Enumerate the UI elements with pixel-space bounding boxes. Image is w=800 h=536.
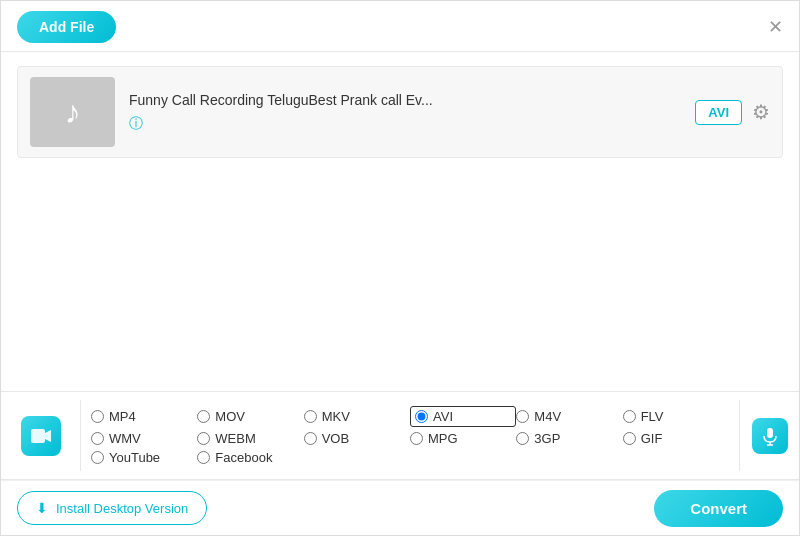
format-label-webm: WEBM (215, 431, 255, 446)
top-bar: Add File ✕ (1, 1, 799, 52)
format-radio-gif[interactable] (623, 432, 636, 445)
add-file-button[interactable]: Add File (17, 11, 116, 43)
format-radio-avi[interactable] (415, 410, 428, 423)
format-option-facebook[interactable]: Facebook (197, 450, 303, 465)
format-video-icon-box (1, 400, 81, 471)
format-radio-wmv[interactable] (91, 432, 104, 445)
format-option-m4v[interactable]: M4V (516, 406, 622, 427)
settings-icon[interactable]: ⚙ (752, 100, 770, 124)
format-radio-vob[interactable] (304, 432, 317, 445)
format-option-avi[interactable]: AVI (410, 406, 516, 427)
file-item: ♪ Funny Call Recording TeluguBest Prank … (17, 66, 783, 158)
format-radio-flv[interactable] (623, 410, 636, 423)
format-option-flv[interactable]: FLV (623, 406, 729, 427)
info-icon[interactable]: ⓘ (129, 115, 143, 131)
format-label-mp4: MP4 (109, 409, 136, 424)
format-radio-webm[interactable] (197, 432, 210, 445)
format-option-3gp[interactable]: 3GP (516, 431, 622, 446)
format-selector: MP4 MOV MKV AVI M4V FLV WMV WEBM (1, 391, 799, 480)
format-label-mov: MOV (215, 409, 245, 424)
format-label-wmv: WMV (109, 431, 141, 446)
format-radio-mp4[interactable] (91, 410, 104, 423)
format-label-flv: FLV (641, 409, 664, 424)
format-radio-youtube[interactable] (91, 451, 104, 464)
format-radio-facebook[interactable] (197, 451, 210, 464)
format-option-mpg[interactable]: MPG (410, 431, 516, 446)
download-icon: ⬇ (36, 500, 48, 516)
format-radio-mov[interactable] (197, 410, 210, 423)
format-label-3gp: 3GP (534, 431, 560, 446)
music-icon: ♪ (65, 94, 81, 131)
file-actions: AVI ⚙ (695, 100, 770, 125)
format-label-facebook: Facebook (215, 450, 272, 465)
format-badge-button[interactable]: AVI (695, 100, 742, 125)
audio-icon-box[interactable] (739, 400, 799, 471)
format-option-wmv[interactable]: WMV (91, 431, 197, 446)
format-label-vob: VOB (322, 431, 349, 446)
svg-marker-1 (45, 430, 51, 442)
format-label-m4v: M4V (534, 409, 561, 424)
install-desktop-button[interactable]: ⬇ Install Desktop Version (17, 491, 207, 525)
format-label-avi: AVI (433, 409, 453, 424)
install-label: Install Desktop Version (56, 501, 188, 516)
format-label-mkv: MKV (322, 409, 350, 424)
audio-icon (752, 418, 788, 454)
file-thumbnail: ♪ (30, 77, 115, 147)
format-label-mpg: MPG (428, 431, 458, 446)
format-radio-mpg[interactable] (410, 432, 423, 445)
format-radio-mkv[interactable] (304, 410, 317, 423)
format-radio-m4v[interactable] (516, 410, 529, 423)
format-option-mov[interactable]: MOV (197, 406, 303, 427)
format-label-gif: GIF (641, 431, 663, 446)
format-option-webm[interactable]: WEBM (197, 431, 303, 446)
format-option-gif[interactable]: GIF (623, 431, 729, 446)
file-title: Funny Call Recording TeluguBest Prank ca… (129, 92, 681, 108)
format-radio-3gp[interactable] (516, 432, 529, 445)
video-icon (21, 416, 61, 456)
format-option-mkv[interactable]: MKV (304, 406, 410, 427)
format-label-youtube: YouTube (109, 450, 160, 465)
format-option-mp4[interactable]: MP4 (91, 406, 197, 427)
file-info: Funny Call Recording TeluguBest Prank ca… (115, 92, 695, 133)
svg-rect-2 (767, 428, 773, 438)
format-option-vob[interactable]: VOB (304, 431, 410, 446)
svg-rect-0 (31, 429, 45, 443)
format-option-youtube[interactable]: YouTube (91, 450, 197, 465)
file-list: ♪ Funny Call Recording TeluguBest Prank … (1, 52, 799, 172)
close-button[interactable]: ✕ (768, 18, 783, 36)
bottom-bar: ⬇ Install Desktop Version Convert (1, 480, 799, 535)
convert-button[interactable]: Convert (654, 490, 783, 527)
format-options: MP4 MOV MKV AVI M4V FLV WMV WEBM (81, 400, 739, 471)
